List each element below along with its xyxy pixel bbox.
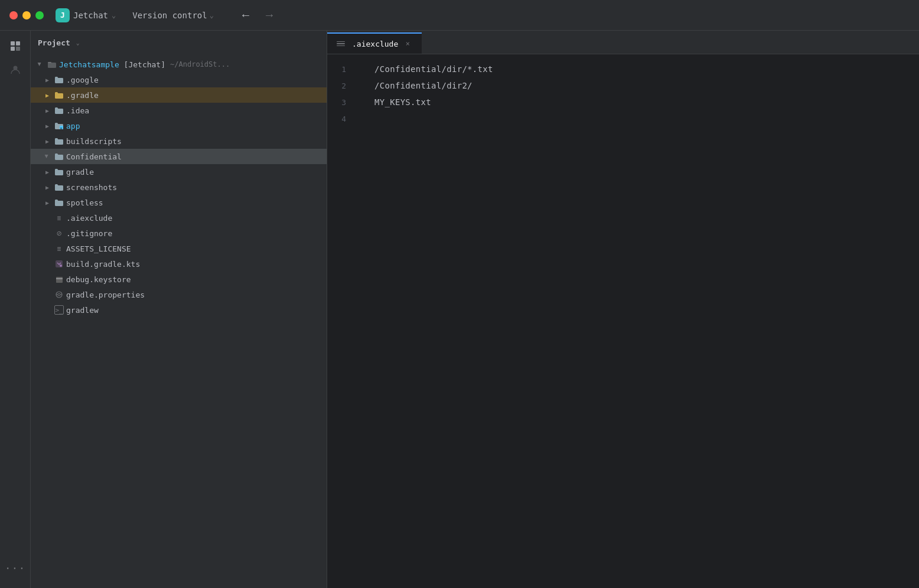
chevron-gradle-dot-icon: ▶ [43, 90, 52, 100]
svg-rect-11 [56, 277, 63, 283]
activity-bar: ··· [0, 31, 31, 588]
editor-tab-aiexclude[interactable]: .aiexclude × [327, 32, 422, 54]
editor-tabs: .aiexclude × [327, 31, 919, 54]
forward-button[interactable]: → [259, 7, 280, 23]
tree-item-gradle-label: gradle [66, 168, 322, 177]
main-layout: ··· Project ⌄ ▶ Jetchatsample [Jetchat] … [0, 31, 919, 588]
svg-point-10 [60, 264, 62, 267]
tree-item-gitignore[interactable]: ⊘ .gitignore [31, 226, 327, 241]
folder-spotless-icon [54, 198, 64, 207]
tree-item-confidential[interactable]: ▶ Confidential [31, 149, 327, 164]
root-chevron-icon: ▶ [35, 60, 45, 69]
svg-rect-0 [11, 41, 15, 45]
editor-area: .aiexclude × 1 2 3 4 /Confidential/dir/*… [327, 31, 919, 588]
chevron-gradle-icon: ▶ [43, 167, 52, 177]
root-folder-icon [47, 60, 57, 69]
tree-item-gradlew-label: gradlew [66, 306, 322, 315]
line-number-1: 1 [327, 61, 353, 78]
tree-item-build-gradle-label: build.gradle.kts [66, 260, 322, 269]
code-line-1: /Confidential/dir/*.txt [374, 61, 907, 78]
chevron-screenshots-icon: ▶ [43, 182, 52, 192]
tree-item-debug-keystore-label: debug.keystore [66, 275, 322, 284]
project-dropdown-icon: ⌄ [112, 11, 116, 19]
tree-item-assets-license[interactable]: ≡ ASSETS_LICENSE [31, 241, 327, 256]
tree-item-build-gradle[interactable]: build.gradle.kts [31, 256, 327, 272]
tree-item-buildscripts[interactable]: ▶ buildscripts [31, 133, 327, 149]
tab-close-button[interactable]: × [403, 39, 412, 48]
line-number-4: 4 [327, 111, 353, 128]
tree-item-gitignore-label: .gitignore [66, 229, 322, 238]
folder-confidential-icon [54, 152, 64, 161]
root-item-path: ~/AndroidSt... [170, 60, 230, 68]
tree-item-spotless[interactable]: ▶ spotless [31, 195, 327, 210]
tree-item-debug-keystore[interactable]: debug.keystore [31, 272, 327, 287]
folder-screenshots-icon [54, 183, 64, 191]
svg-rect-1 [16, 41, 20, 45]
code-area[interactable]: /Confidential/dir/*.txt /Confidential/di… [363, 54, 919, 588]
tree-item-screenshots[interactable]: ▶ screenshots [31, 179, 327, 195]
aiexclude-file-icon: ≡ [54, 213, 64, 223]
tree-item-google-label: .google [66, 76, 322, 84]
minimize-button[interactable] [22, 11, 31, 19]
chevron-app-icon: ▶ [43, 121, 52, 130]
tree-item-gradle[interactable]: ▶ gradle [31, 164, 327, 179]
svg-rect-3 [16, 47, 20, 51]
vcs-selector[interactable]: Version control ⌄ [128, 8, 219, 22]
svg-text:⚙: ⚙ [60, 126, 62, 130]
gradlew-file-icon: >_ [54, 305, 64, 315]
editor-content: 1 2 3 4 /Confidential/dir/*.txt /Confide… [327, 54, 919, 588]
tree-item-spotless-label: spotless [66, 198, 322, 207]
chevron-idea-icon: ▶ [43, 106, 52, 115]
tree-item-gradle-dot[interactable]: ▶ .gradle [31, 87, 327, 103]
project-panel: Project ⌄ ▶ Jetchatsample [Jetchat] ~/An… [31, 31, 327, 588]
chevron-google-icon: ▶ [43, 75, 52, 84]
tree-item-idea[interactable]: ▶ .idea [31, 103, 327, 118]
tree-item-aiexclude-label: .aiexclude [66, 214, 322, 223]
tree-container[interactable]: ▶ Jetchatsample [Jetchat] ~/AndroidSt...… [31, 54, 327, 588]
activity-more-icon[interactable]: ··· [5, 557, 26, 579]
panel-title: Project [38, 38, 70, 47]
svg-rect-6 [48, 63, 56, 68]
gitignore-file-icon: ⊘ [54, 228, 64, 238]
tree-root-item[interactable]: ▶ Jetchatsample [Jetchat] ~/AndroidSt... [31, 57, 327, 72]
folder-gradle-dot-icon [54, 91, 64, 99]
back-button[interactable]: ← [235, 7, 256, 23]
project-name: Jetchat [73, 11, 108, 20]
svg-point-14 [58, 293, 60, 296]
line-number-2: 2 [327, 78, 353, 94]
folder-google-icon [54, 76, 64, 84]
tree-item-gradle-properties[interactable]: gradle.properties [31, 287, 327, 302]
tree-item-gradle-properties-label: gradle.properties [66, 290, 322, 299]
code-line-3: MY_KEYS.txt [374, 94, 907, 111]
close-button[interactable] [9, 11, 18, 19]
folder-idea-icon [54, 106, 64, 115]
folder-app-icon: ⚙ [54, 122, 64, 130]
folder-gradle-icon [54, 168, 64, 176]
tree-item-confidential-label: Confidential [66, 152, 322, 161]
vcs-label: Version control [132, 11, 207, 20]
tree-item-buildscripts-label: buildscripts [66, 137, 322, 146]
traffic-lights [9, 11, 44, 19]
tree-item-idea-label: .idea [66, 106, 322, 115]
maximize-button[interactable] [35, 11, 44, 19]
project-icon: J [56, 8, 70, 22]
tree-item-aiexclude[interactable]: ≡ .aiexclude [31, 210, 327, 226]
vcs-dropdown-icon: ⌄ [210, 11, 214, 19]
tree-item-google[interactable]: ▶ .google [31, 72, 327, 87]
tree-item-app-label: app [66, 122, 322, 130]
tree-item-screenshots-label: screenshots [66, 183, 322, 192]
code-line-2: /Confidential/dir2/ [374, 78, 907, 94]
chevron-confidential-icon: ▶ [43, 152, 52, 161]
tree-item-gradlew[interactable]: >_ gradlew [31, 302, 327, 318]
titlebar: J Jetchat ⌄ Version control ⌄ ← → [0, 0, 919, 31]
svg-rect-2 [11, 47, 15, 51]
chevron-buildscripts-icon: ▶ [43, 136, 52, 146]
tree-item-app[interactable]: ▶ ⚙ app [31, 118, 327, 133]
activity-user-icon[interactable] [5, 59, 26, 80]
line-number-3: 3 [327, 94, 353, 111]
debug-keystore-file-icon [54, 275, 64, 284]
project-selector[interactable]: J Jetchat ⌄ [51, 6, 120, 25]
tree-item-assets-license-label: ASSETS_LICENSE [66, 244, 322, 253]
activity-project-icon[interactable] [5, 35, 26, 57]
code-line-4 [374, 111, 907, 128]
